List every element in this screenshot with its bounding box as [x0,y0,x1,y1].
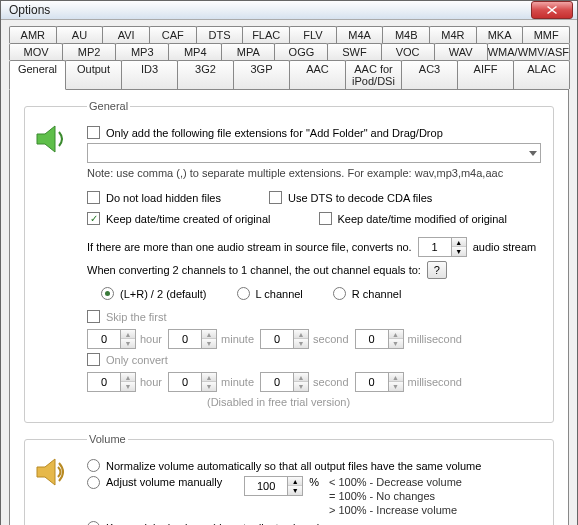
tab-body: General Only add the following file exte… [9,89,569,525]
tab-mmf[interactable]: MMF [522,26,570,43]
chevron-down-icon[interactable]: ▼ [121,382,135,391]
tab-aac-for-ipod-dsi[interactable]: AAC for iPod/DSi [345,60,402,89]
conv-spinner-second[interactable]: ▲▼ [260,372,309,392]
radio-adjust-manual[interactable] [87,476,100,489]
skip-input-second[interactable] [260,329,294,349]
chevron-up-icon[interactable]: ▲ [202,330,216,339]
tab-mka[interactable]: MKA [476,26,524,43]
input-audio-stream[interactable] [418,237,452,257]
conv-spinner-hour[interactable]: ▲▼ [87,372,136,392]
skip-input-millisecond[interactable] [355,329,389,349]
label-normalize: Normalize volume automatically so that a… [106,460,481,472]
tab-3gp[interactable]: 3GP [233,60,290,89]
tab-flv[interactable]: FLV [289,26,337,43]
tab-au[interactable]: AU [56,26,104,43]
tabstrip: AMRAUAVICAFDTSFLACFLVM4AM4BM4RMKAMMF MOV… [9,26,569,89]
skip-spinner-second[interactable]: ▲▼ [260,329,309,349]
close-button[interactable] [531,1,573,19]
radio-channel-l[interactable] [237,287,250,300]
tab-output[interactable]: Output [65,60,122,89]
tab-mov[interactable]: MOV [9,43,63,60]
chevron-down-icon[interactable]: ▼ [389,382,403,391]
tab-dts[interactable]: DTS [196,26,244,43]
tab-amr[interactable]: AMR [9,26,57,43]
chevron-up-icon[interactable]: ▲ [389,373,403,382]
chevron-down-icon[interactable]: ▼ [294,382,308,391]
skip-label-second: second [313,333,348,345]
input-volume-percent[interactable] [244,476,288,496]
checkbox-skip-first[interactable] [87,310,100,323]
tab-aac[interactable]: AAC [289,60,346,89]
checkbox-keep-created[interactable] [87,212,100,225]
tab-voc[interactable]: VOC [381,43,435,60]
speaker-gold-icon [35,457,75,497]
tab-m4b[interactable]: M4B [382,26,430,43]
tab-m4a[interactable]: M4A [336,26,384,43]
tab-mp4[interactable]: MP4 [168,43,222,60]
label-only-add-ext: Only add the following file extensions f… [106,127,443,139]
conv-input-second[interactable] [260,372,294,392]
skip-label-hour: hour [140,333,162,345]
chevron-up-icon[interactable]: ▲ [121,373,135,382]
spinner-audio-stream[interactable]: ▲▼ [418,237,467,257]
radio-keep-original[interactable] [87,521,100,525]
tab-mpa[interactable]: MPA [221,43,275,60]
tab-swf[interactable]: SWF [327,43,381,60]
combo-extensions[interactable] [87,143,541,163]
tab-id3[interactable]: ID3 [121,60,178,89]
radio-channel-lr[interactable] [101,287,114,300]
skip-input-minute[interactable] [168,329,202,349]
tab-caf[interactable]: CAF [149,26,197,43]
checkbox-only-convert[interactable] [87,353,100,366]
tab-avi[interactable]: AVI [102,26,150,43]
conv-input-millisecond[interactable] [355,372,389,392]
checkbox-only-add-ext[interactable] [87,126,100,139]
checkbox-hidden-files[interactable] [87,191,100,204]
chevron-down-icon[interactable]: ▼ [389,339,403,348]
skip-spinner-millisecond[interactable]: ▲▼ [355,329,404,349]
tab-wma-wmv-asf[interactable]: WMA/WMV/ASF [487,43,570,60]
skip-spinner-hour[interactable]: ▲▼ [87,329,136,349]
chevron-down-icon[interactable]: ▼ [452,247,466,256]
tab-wav[interactable]: WAV [434,43,488,60]
skip-spinner-minute[interactable]: ▲▼ [168,329,217,349]
tab-aiff[interactable]: AIFF [457,60,514,89]
chevron-down-icon[interactable]: ▼ [288,486,302,495]
group-volume: Volume Normalize volume automatically so… [24,433,554,525]
conv-spinner-millisecond[interactable]: ▲▼ [355,372,404,392]
chevron-down-icon[interactable]: ▼ [121,339,135,348]
chevron-up-icon[interactable]: ▲ [294,373,308,382]
chevron-down-icon[interactable]: ▼ [202,339,216,348]
skip-input-hour[interactable] [87,329,121,349]
conv-spinner-minute[interactable]: ▲▼ [168,372,217,392]
radio-normalize[interactable] [87,459,100,472]
label-percent: % [309,476,319,488]
chevron-up-icon[interactable]: ▲ [452,238,466,247]
conv-input-minute[interactable] [168,372,202,392]
tab-mp2[interactable]: MP2 [62,43,116,60]
checkbox-keep-modified[interactable] [319,212,332,225]
conv-label-second: second [313,376,348,388]
radio-channel-r[interactable] [333,287,346,300]
chevron-up-icon[interactable]: ▲ [202,373,216,382]
chevron-down-icon[interactable]: ▼ [294,339,308,348]
tab-m4r[interactable]: M4R [429,26,477,43]
checkbox-use-dts[interactable] [269,191,282,204]
tab-flac[interactable]: FLAC [242,26,290,43]
tab-ac3[interactable]: AC3 [401,60,458,89]
chevron-up-icon[interactable]: ▲ [294,330,308,339]
tab-alac[interactable]: ALAC [513,60,570,89]
chevron-down-icon[interactable]: ▼ [202,382,216,391]
tab-3g2[interactable]: 3G2 [177,60,234,89]
conv-input-hour[interactable] [87,372,121,392]
spinner-volume-percent[interactable]: ▲▼ [244,476,303,496]
label-skip-first: Skip the first [106,311,167,323]
help-button[interactable]: ? [427,261,447,279]
chevron-up-icon[interactable]: ▲ [389,330,403,339]
tab-mp3[interactable]: MP3 [115,43,169,60]
chevron-up-icon[interactable]: ▲ [121,330,135,339]
label-keep-created: Keep date/time created of original [106,213,271,225]
chevron-up-icon[interactable]: ▲ [288,477,302,486]
tab-ogg[interactable]: OGG [274,43,328,60]
tab-general[interactable]: General [9,60,66,90]
